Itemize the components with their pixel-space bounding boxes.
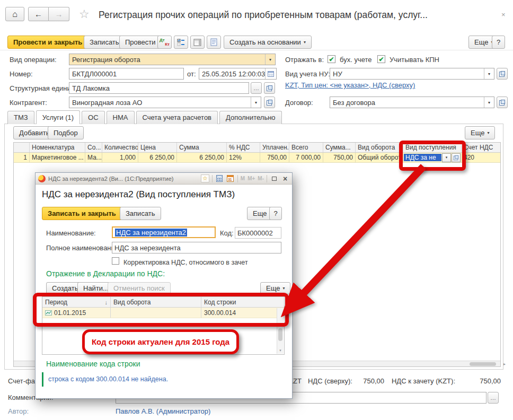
- vat-correction-label[interactable]: Корректировка НДС, относимого в зачет: [123, 257, 248, 268]
- check-list-button[interactable]: [174, 36, 188, 49]
- list-item[interactable]: 01.01.2015 300.00.014: [42, 308, 284, 318]
- calculator-icon[interactable]: [215, 174, 224, 182]
- memory-m-button[interactable]: M: [241, 176, 245, 181]
- tab-services[interactable]: Услуги (1): [36, 110, 80, 124]
- nu-combobox[interactable]: НУ ▾: [330, 68, 494, 80]
- tab-additional[interactable]: Дополнительно: [219, 111, 282, 124]
- full-name-input[interactable]: НДС за нерезидента: [112, 242, 281, 253]
- declaration-section-title: Отражение в Декларации по НДС:: [46, 269, 165, 278]
- contractor-open-button[interactable]: [264, 97, 275, 108]
- chevron-down-icon[interactable]: ▾: [484, 97, 494, 108]
- vertical-scrollbar[interactable]: ▾: [277, 308, 284, 354]
- line-code-message: строка с кодом 300.00.014 не найдена.: [48, 375, 168, 383]
- grid-more-button[interactable]: Еще ▾: [465, 126, 495, 139]
- date-input[interactable]: 25.05.2015 12:00:03: [199, 68, 277, 80]
- pick-button[interactable]: Подбор: [48, 126, 84, 139]
- forward-button[interactable]: →: [49, 7, 69, 21]
- number-input[interactable]: БКТДЛ000001: [69, 68, 184, 80]
- tab-os[interactable]: ОС: [82, 111, 105, 124]
- unit-select-button[interactable]: …: [251, 82, 262, 94]
- col-line-code[interactable]: Код строки: [201, 297, 284, 307]
- scrollbar-thumb[interactable]: [278, 328, 282, 341]
- dialog-titlebar[interactable]: НДС за нерезидента2 (Ви... (1С:Предприят…: [36, 173, 292, 185]
- kpn-checkbox-label[interactable]: Учитывать КПН: [390, 54, 439, 65]
- col-sum[interactable]: Сумма: [177, 143, 227, 152]
- col-nomenclature[interactable]: Номенклатура: [30, 143, 85, 152]
- journal-button[interactable]: [190, 36, 205, 49]
- unit-open-button[interactable]: [264, 82, 275, 94]
- help-button[interactable]: ?: [492, 36, 505, 49]
- table-row[interactable]: 1 Маркетинговое ... Ма... 1,000 6 250,00…: [14, 153, 500, 163]
- chevron-down-icon: ▾: [282, 286, 285, 291]
- open-button[interactable]: [452, 153, 461, 162]
- forward-icon: →: [55, 10, 63, 19]
- scroll-down-icon[interactable]: ▾: [277, 348, 284, 353]
- close-icon[interactable]: ×: [501, 11, 506, 19]
- vat-correction-checkbox[interactable]: [112, 257, 119, 265]
- list-more-button[interactable]: Еще ▾: [260, 282, 290, 294]
- check-list-icon: [177, 39, 185, 46]
- name-input[interactable]: НДС за нерезидента2: [112, 226, 216, 238]
- nu-open-button[interactable]: [497, 68, 508, 80]
- col-receipt-kind[interactable]: Вид поступления: [403, 143, 462, 152]
- maximize-button[interactable]: [270, 176, 278, 182]
- save-button[interactable]: Записать: [84, 36, 125, 49]
- operation-combobox[interactable]: Регистрация оборота ▾: [69, 54, 276, 65]
- unit-input[interactable]: ТД Лакомка: [69, 82, 249, 94]
- dialog-save-close-button[interactable]: Записать и закрыть: [42, 207, 122, 220]
- chevron-down-icon[interactable]: ▾: [442, 153, 451, 162]
- col-content[interactable]: Со...: [85, 143, 102, 152]
- col-price[interactable]: Цена: [138, 143, 177, 152]
- memory-mminus-button[interactable]: M-: [258, 176, 264, 181]
- tab-nma[interactable]: НМА: [107, 111, 135, 124]
- report-button[interactable]: [207, 36, 221, 49]
- col-sum2[interactable]: Сумма...: [323, 143, 356, 152]
- accounting-checkbox[interactable]: ✔: [328, 55, 335, 63]
- scroll-right-icon[interactable]: ▸: [503, 362, 506, 366]
- col-turnover-kind[interactable]: Вид оборота: [111, 297, 201, 307]
- price-settings-link[interactable]: KZT, Тип цен: <не указан>, НДС (сверху): [285, 81, 415, 89]
- home-button[interactable]: ⌂: [5, 7, 24, 21]
- ellipsis-icon: …: [490, 395, 496, 401]
- comment-select-button[interactable]: …: [488, 392, 499, 404]
- col-vat-pct[interactable]: % НДС: [227, 143, 260, 152]
- receipt-kind-editor[interactable]: НДС за не ▾: [404, 153, 461, 162]
- col-period[interactable]: Период ↓: [42, 297, 111, 307]
- post-and-close-button[interactable]: Провести и закрыть: [7, 36, 88, 49]
- col-qty[interactable]: Количество: [102, 143, 138, 152]
- contractor-combobox[interactable]: Виноградная лоза АО ▾: [69, 97, 261, 108]
- accounting-checkbox-label[interactable]: бух. учете: [340, 54, 372, 65]
- chevron-down-icon[interactable]: ▾: [265, 54, 275, 65]
- create-based-button[interactable]: Создать на основании ▾: [224, 36, 312, 49]
- dialog-close-button[interactable]: ×: [281, 174, 289, 183]
- dialog-help-button[interactable]: ?: [269, 207, 282, 220]
- vat-label: НДС (сверху):: [308, 377, 352, 385]
- tab-accounts[interactable]: Счета учета расчетов: [136, 111, 218, 124]
- col-total[interactable]: Всего: [289, 143, 323, 152]
- calendar-icon[interactable]: [265, 68, 276, 79]
- col-vat-account[interactable]: Счет НДС: [462, 143, 500, 152]
- chevron-down-icon[interactable]: ▾: [484, 68, 494, 79]
- back-button[interactable]: ←: [28, 7, 49, 21]
- kpn-checkbox[interactable]: ✔: [377, 55, 385, 63]
- scrollbar-thumb[interactable]: [470, 362, 496, 366]
- col-turnover[interactable]: Вид оборота: [356, 143, 403, 152]
- contract-combobox[interactable]: Без договора ▾: [330, 97, 494, 108]
- tab-tmz[interactable]: ТМЗ: [7, 111, 34, 124]
- author-value[interactable]: Павлов А.В. (Администратор): [116, 407, 210, 415]
- name-label: Наименование:: [46, 227, 96, 239]
- col-paid[interactable]: Уплачен...: [260, 143, 289, 152]
- memory-mplus-button[interactable]: M+: [247, 176, 255, 181]
- favorite-star-icon[interactable]: ☆: [201, 174, 209, 182]
- document-icon: [210, 38, 217, 46]
- dialog-save-button[interactable]: Записать: [120, 207, 161, 220]
- code-input[interactable]: БК0000002: [235, 227, 281, 239]
- contract-open-button[interactable]: [497, 97, 508, 108]
- post-button[interactable]: Провести: [119, 36, 162, 49]
- favorite-star-icon[interactable]: ☆: [79, 7, 90, 21]
- calendar-icon[interactable]: 31: [226, 174, 235, 182]
- page-title: Регистрация прочих операций по приобрете…: [99, 10, 493, 21]
- dt-kt-postings-button[interactable]: Дт Кт: [157, 36, 172, 49]
- dialog-heading: НДС за нерезидента2 (Вид поступления ТМЗ…: [42, 189, 235, 200]
- chevron-down-icon[interactable]: ▾: [251, 97, 261, 108]
